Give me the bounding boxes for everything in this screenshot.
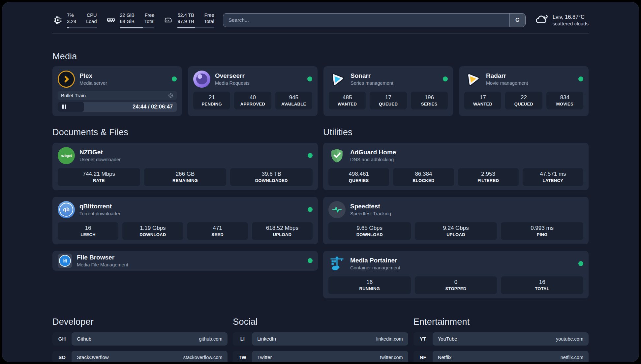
link-youtube[interactable]: YT YouTube youtube.com xyxy=(413,332,589,346)
qbittorrent-card[interactable]: qb qBittorrent Torrent downloader 16 LEE… xyxy=(52,197,318,244)
search-bar: G xyxy=(223,13,526,27)
sonarr-titles: Sonarr Series management xyxy=(351,72,393,86)
portainer-icon xyxy=(328,255,346,272)
link-name: Twitter xyxy=(257,354,272,360)
link-stackoverflow[interactable]: SO StackOverflow stackoverflow.com xyxy=(52,351,228,362)
adguard-icon xyxy=(328,147,346,164)
stat-box: 471 SEED xyxy=(187,222,248,240)
pause-icon[interactable] xyxy=(62,105,66,109)
radarr-card[interactable]: Radarr Movie management 17 WANTED 22 QUE… xyxy=(459,66,589,116)
link-name: LinkedIn xyxy=(257,336,276,342)
nzbget-card[interactable]: nzbget NZBGet Usenet downloader 744.21 M… xyxy=(52,143,318,190)
plex-status-dot xyxy=(172,76,177,81)
developer-links: GH Github github.com SO StackOverflow st… xyxy=(52,332,228,362)
speedtest-titles: Speedtest Speedtest Tracking xyxy=(350,202,391,217)
search-engine-button[interactable]: G xyxy=(509,14,525,27)
netflix-abbr: NF xyxy=(413,351,433,362)
stat-box: 834 MOVIES xyxy=(546,92,583,109)
stat-box: 22 QUEUED xyxy=(505,92,542,109)
ram-total-label: Total xyxy=(144,18,155,25)
qbittorrent-icon: qb xyxy=(58,201,75,218)
session-settings-icon[interactable] xyxy=(168,93,173,98)
sonarr-icon xyxy=(329,71,346,88)
filebrowser-card[interactable]: File Browser Media File Management xyxy=(52,251,318,271)
stat-box: 2,953 FILTERED xyxy=(458,168,519,186)
disk-free-value: 52.4 TB xyxy=(177,12,194,18)
media-section: Media Plex Media server Bullet Train xyxy=(52,51,589,116)
qbittorrent-titles: qBittorrent Torrent downloader xyxy=(79,202,120,217)
cpu-label: CPU xyxy=(86,12,97,18)
nzbget-status-dot xyxy=(308,153,313,158)
overseerr-stats: 21 PENDING 40 APPROVED 945 AVAILABLE xyxy=(193,92,312,109)
playback-progress-bar[interactable]: 24:44 / 02:06:47 xyxy=(58,102,177,112)
sonarr-card[interactable]: Sonarr Series management 485 WANTED 17 Q… xyxy=(323,66,453,116)
cpu-load-label: Load xyxy=(86,18,97,25)
stat-value: 471 xyxy=(189,225,247,231)
adguard-title: AdGuard Home xyxy=(350,148,396,157)
stat-label: QUERIES xyxy=(330,178,388,183)
qbittorrent-title: qBittorrent xyxy=(79,202,120,211)
stat-label: DOWNLOAD xyxy=(330,232,410,237)
filebrowser-icon xyxy=(58,254,72,268)
cpu-icon xyxy=(52,15,63,25)
linkedin-abbr: LI xyxy=(233,332,252,346)
nzbget-titles: NZBGet Usenet downloader xyxy=(79,148,121,163)
stat-box: 17 WANTED xyxy=(464,92,501,109)
link-github[interactable]: GH Github github.com xyxy=(52,332,228,346)
radarr-subtitle: Movie management xyxy=(486,80,528,86)
stat-label: DOWNLOAD xyxy=(124,232,182,237)
portainer-subtitle: Container management xyxy=(350,265,400,271)
stat-box: 16 RUNNING xyxy=(328,276,411,294)
overseerr-title: Overseerr xyxy=(215,72,250,80)
media-heading: Media xyxy=(52,51,589,62)
media-row: Plex Media server Bullet Train xyxy=(52,66,589,116)
stat-value: 834 xyxy=(548,94,582,101)
ram-stat: 22 GiB 64 GiB Free Total xyxy=(106,12,155,28)
plex-card[interactable]: Plex Media server Bullet Train xyxy=(52,66,182,116)
stat-label: UPLOAD xyxy=(253,232,311,237)
nzbget-title: NZBGet xyxy=(79,148,121,157)
stat-value: 16 xyxy=(502,279,582,286)
link-twitter[interactable]: TW Twitter twitter.com xyxy=(233,351,408,362)
speedtest-card[interactable]: Speedtest Speedtest Tracking 9.65 Gbps D… xyxy=(323,197,589,244)
stat-box: 485 WANTED xyxy=(329,92,366,109)
ram-progress-bar xyxy=(120,27,155,28)
portainer-titles: Media Portainer Container management xyxy=(350,257,400,271)
stat-value: 196 xyxy=(412,94,446,101)
stat-value: 744.21 Mbps xyxy=(59,171,139,177)
weather-condition: scattered clouds xyxy=(553,20,589,27)
disk-labels: Free Total xyxy=(204,12,214,25)
social-heading: Social xyxy=(233,317,408,327)
stat-box: 744.21 Mbps RATE xyxy=(58,168,140,186)
stat-label: APPROVED xyxy=(235,102,270,106)
overseerr-status-dot xyxy=(307,76,312,81)
stat-label: WANTED xyxy=(330,102,364,106)
stat-box: 16 TOTAL xyxy=(501,276,583,294)
ram-free-label: Free xyxy=(144,12,155,18)
stat-label: DOWNLOADED xyxy=(231,178,311,183)
adguard-card[interactable]: AdGuard Home DNS and adblocking 498,461 … xyxy=(323,143,589,190)
stat-label: FILTERED xyxy=(459,178,517,183)
filebrowser-subtitle: Media File Management xyxy=(77,262,128,268)
disk-stat: 52.4 TB 97.9 TB Free Total xyxy=(163,12,214,28)
stat-box: 17 QUEUED xyxy=(370,92,407,109)
stat-label: TOTAL xyxy=(502,286,582,291)
link-netflix[interactable]: NF Netflix netflix.com xyxy=(413,351,589,362)
disk-progress-fill xyxy=(177,27,195,28)
link-linkedin[interactable]: LI LinkedIn linkedin.com xyxy=(233,332,408,346)
portainer-card[interactable]: Media Portainer Container management 16 … xyxy=(323,251,589,298)
stat-label: PENDING xyxy=(195,102,229,106)
cpu-percent: 7% xyxy=(67,12,76,18)
cpu-stat-body: 7% 3.24 CPU Load xyxy=(67,12,97,28)
stackoverflow-abbr: SO xyxy=(52,351,72,362)
overseerr-card[interactable]: Overseerr Media Requests 21 PENDING 40 A… xyxy=(188,66,318,116)
nzbget-stats: 744.21 Mbps RATE 266 GB REMAINING 39.6 T… xyxy=(58,168,313,186)
disk-free-label: Free xyxy=(204,12,214,18)
cpu-stat: 7% 3.24 CPU Load xyxy=(52,12,97,28)
search-input[interactable] xyxy=(223,14,509,27)
radarr-status-dot xyxy=(578,76,583,81)
twitter-abbr: TW xyxy=(233,351,252,362)
now-playing-title: Bullet Train xyxy=(61,93,86,98)
header-divider xyxy=(52,34,589,34)
stat-value: 498,461 xyxy=(330,171,388,177)
